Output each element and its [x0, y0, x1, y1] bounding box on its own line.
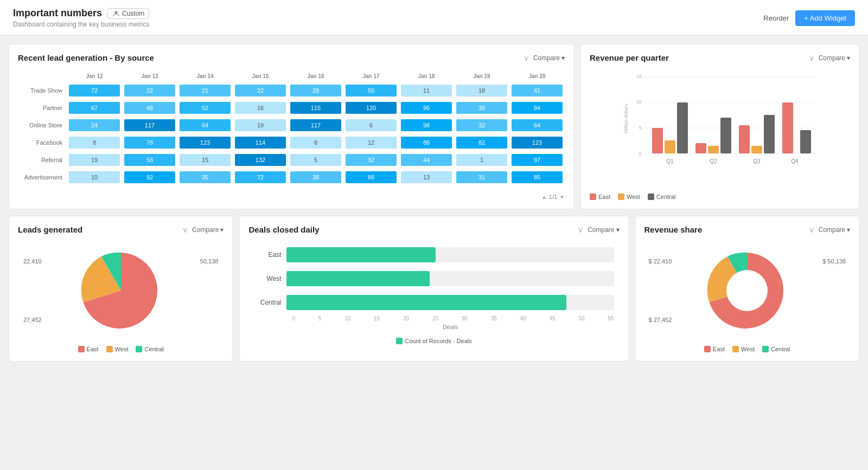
heatmap-controls: ⋎ Compare ▾ [524, 54, 565, 62]
reorder-button[interactable]: Reorder [763, 14, 789, 22]
east-label-rs: East [713, 346, 725, 352]
heatmap-card: Recent lead generation - By source ⋎ Com… [9, 44, 574, 209]
compare-label-deals: Compare [588, 226, 614, 234]
table-row: Trade Show722221222850111841 [18, 82, 565, 99]
add-widget-button[interactable]: + Add Widget [795, 10, 855, 26]
x-tick-50: 50 [578, 316, 584, 321]
legend-east-leads: East [78, 346, 99, 352]
revenue-share-donut-container: $ 22,410 $ 50,138 $ 27,452 [644, 242, 850, 339]
deals-fill-east [286, 247, 435, 262]
filter-icon-revenue[interactable]: ⋎ [809, 54, 814, 62]
deals-label-east: East [254, 251, 286, 259]
pagination-up-icon[interactable]: ▲ [541, 194, 547, 200]
x-tick-25: 25 [432, 316, 438, 321]
deals-dot [396, 338, 403, 344]
svg-point-25 [726, 270, 768, 311]
compare-button-leads[interactable]: Compare ▾ [192, 226, 224, 234]
svg-rect-19 [751, 146, 762, 153]
filter-icon-deals[interactable]: ⋎ [578, 226, 583, 234]
donut-label-top-right: $ 50,138 [822, 258, 846, 265]
legend-east-rs: East [704, 346, 725, 352]
deals-label-west: West [254, 275, 286, 282]
filter-icon-leads[interactable]: ⋎ [182, 226, 188, 234]
deals-x-axis: 0 5 10 15 20 25 30 35 40 45 50 55 [254, 316, 614, 321]
deals-bar-chart: East West Central [248, 242, 619, 330]
title-text: Important numbers [13, 8, 102, 19]
leads-pie-container: 22,410 50,138 27,452 [18, 242, 224, 339]
svg-text:Q2: Q2 [710, 158, 717, 164]
pagination-down-icon[interactable]: ▼ [559, 194, 565, 200]
deals-closed-card: Deals closed daily ⋎ Compare ▾ East [239, 216, 628, 362]
person-icon [112, 10, 120, 17]
x-tick-0: 0 [292, 316, 295, 321]
central-dot-rs [762, 346, 769, 352]
x-tick-55: 55 [608, 316, 614, 321]
svg-text:Q4: Q4 [791, 158, 799, 164]
west-color [618, 194, 624, 200]
east-color [590, 194, 596, 200]
svg-text:Q1: Q1 [666, 158, 674, 164]
deals-track-east [286, 247, 614, 262]
heatmap-header: Recent lead generation - By source ⋎ Com… [18, 53, 565, 62]
deals-label-central: Central [254, 299, 286, 306]
svg-rect-15 [708, 146, 719, 153]
revenue-share-controls: ⋎ Compare ▾ [809, 226, 850, 234]
deals-track-central [286, 295, 614, 310]
custom-badge[interactable]: Custom [107, 8, 149, 19]
east-dot-rs [704, 346, 711, 352]
revenue-bar-svg: 15 10 5 0 Million dollars Q1 [590, 70, 850, 189]
x-tick-30: 30 [462, 316, 468, 321]
deals-row-central: Central [254, 295, 614, 310]
badge-label: Custom [122, 10, 144, 17]
filter-icon[interactable]: ⋎ [524, 54, 529, 62]
east-label-leads: East [87, 346, 99, 352]
compare-button-heatmap[interactable]: Compare ▾ [533, 54, 565, 62]
west-dot-leads [106, 346, 113, 352]
filter-icon-revenue-share[interactable]: ⋎ [809, 226, 814, 234]
page-title: Important numbers Custom [13, 8, 149, 19]
revenue-quarter-card: Revenue per quarter ⋎ Compare ▾ 15 10 5 … [580, 44, 859, 209]
pie-label-top-right: 50,138 [200, 258, 219, 265]
svg-text:15: 15 [636, 74, 642, 79]
revenue-quarter-title: Revenue per quarter [590, 53, 669, 62]
revenue-share-header: Revenue share ⋎ Compare ▾ [644, 225, 850, 234]
revenue-share-svg [704, 247, 790, 334]
row-2: Leads generated ⋎ Compare ▾ 22,410 50,13… [9, 216, 859, 362]
deals-track-west [286, 271, 614, 286]
chevron-down-icon: ▾ [561, 54, 565, 62]
heatmap-container: Jan 12Jan 13Jan 14Jan 15Jan 16Jan 17Jan … [18, 70, 565, 200]
compare-button-revenue[interactable]: Compare ▾ [819, 54, 850, 62]
revenue-share-title: Revenue share [644, 225, 703, 234]
x-tick-10: 10 [344, 316, 350, 321]
svg-text:Million dollars: Million dollars [623, 104, 629, 133]
revenue-quarter-chart: 15 10 5 0 Million dollars Q1 [590, 70, 850, 189]
chevron-down-icon-leads: ▾ [220, 226, 224, 234]
deals-closed-controls: ⋎ Compare ▾ [578, 226, 619, 234]
svg-text:5: 5 [639, 125, 642, 131]
leads-generated-header: Leads generated ⋎ Compare ▾ [18, 225, 224, 234]
legend-west-rs: West [732, 346, 755, 352]
chevron-down-icon-revenue-share: ▾ [847, 226, 850, 234]
pie-label-bottom-left: 27,452 [23, 317, 42, 323]
heatmap-pagination: ▲ 1/1 ▼ [18, 194, 565, 200]
legend-central: Central [648, 194, 675, 200]
svg-text:Q3: Q3 [753, 158, 761, 164]
west-dot-rs [732, 346, 739, 352]
leads-pie-svg [78, 247, 164, 334]
svg-rect-10 [652, 128, 663, 153]
revenue-share-legend: East West Central [644, 346, 850, 352]
leads-generated-title: Leads generated [18, 225, 82, 234]
x-tick-5: 5 [318, 316, 322, 321]
dashboard: Recent lead generation - By source ⋎ Com… [0, 35, 868, 370]
x-tick-20: 20 [403, 316, 409, 321]
svg-rect-23 [800, 130, 811, 153]
central-color [648, 194, 654, 200]
compare-button-revenue-share[interactable]: Compare ▾ [819, 226, 850, 234]
central-label: Central [656, 194, 675, 200]
compare-button-deals[interactable]: Compare ▾ [588, 226, 619, 234]
table-row: Partner67485216115120963084 [18, 99, 565, 117]
deals-fill-central [286, 295, 566, 310]
legend-central-rs: Central [762, 346, 790, 352]
svg-text:0: 0 [639, 151, 642, 157]
deals-fill-west [286, 271, 429, 286]
